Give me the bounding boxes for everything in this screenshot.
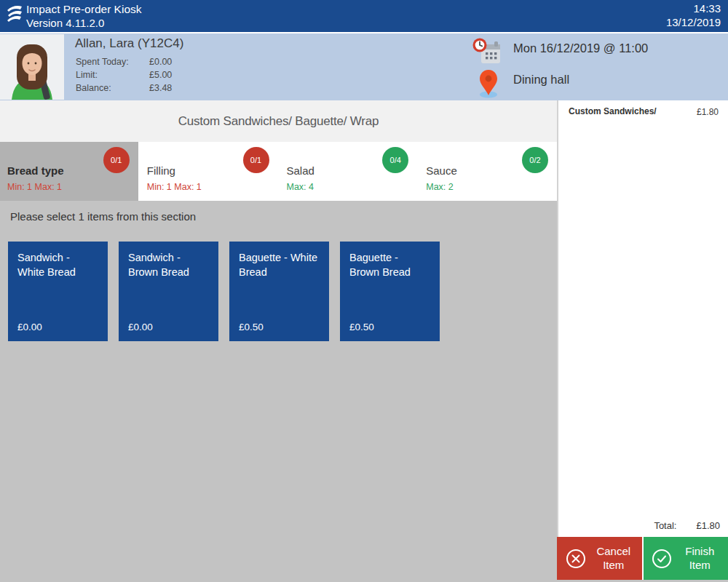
tab-constraint: Max: 2 (426, 182, 454, 192)
tab-bread-type[interactable]: 0/1 Bread type Min: 1 Max: 1 (0, 142, 138, 201)
order-item-price: £1.80 (697, 107, 719, 117)
item-tile-baguette-brown[interactable]: Baguette - Brown Bread £0.50 (340, 242, 440, 341)
stat-value: £0.00 (149, 55, 172, 68)
tab-constraint: Min: 1 Max: 1 (7, 182, 62, 192)
finish-item-button[interactable]: Finish Item (644, 537, 728, 580)
cancel-circle-x-icon (566, 549, 586, 569)
title-bar: Impact Pre-order Kiosk Version 4.11.2.0 … (0, 0, 728, 32)
tab-count-badge: 0/2 (522, 147, 548, 173)
app-title: Impact Pre-order Kiosk (26, 3, 142, 16)
tab-count-badge: 0/1 (243, 147, 269, 173)
stat-limit: Limit: £5.00 (76, 68, 172, 81)
tab-constraint: Min: 1 Max: 1 (147, 182, 202, 192)
tab-label: Sauce (426, 164, 457, 177)
app-version: Version 4.11.2.0 (26, 17, 104, 29)
user-stats: Spent Today: £0.00 Limit: £5.00 Balance:… (76, 55, 172, 95)
location-pin-icon (476, 68, 501, 99)
item-price: £0.50 (349, 322, 374, 332)
tab-count-badge: 0/4 (382, 147, 408, 173)
session-location: Dining hall (513, 73, 569, 87)
stat-spent-today: Spent Today: £0.00 (76, 55, 172, 68)
tab-sauce[interactable]: 0/2 Sauce Max: 2 (419, 142, 557, 201)
item-price: £0.00 (17, 322, 42, 332)
finish-button-label: Finish Item (680, 545, 719, 573)
total-value: £1.80 (696, 520, 720, 531)
action-buttons: Cancel Item Finish Item (557, 537, 728, 580)
clock-time: 14:33 (693, 2, 721, 15)
item-name: Sandwich - White Bread (17, 250, 98, 280)
total-label: Total: (654, 520, 676, 531)
order-line-item: Custom Sandwiches/ £1.80 (558, 100, 728, 122)
student-photo (0, 34, 64, 100)
tab-label: Bread type (7, 164, 64, 177)
stat-label: Spent Today: (76, 55, 149, 68)
item-name: Baguette - White Bread (239, 250, 320, 280)
tab-constraint: Max: 4 (287, 182, 314, 192)
user-bar: Allan, Lara (Y12C4) Spent Today: £0.00 L… (0, 33, 728, 100)
tab-salad[interactable]: 0/4 Salad Max: 4 (280, 142, 418, 201)
calendar-clock-icon (472, 38, 502, 67)
item-name: Sandwich - Brown Bread (128, 250, 209, 280)
item-price: £0.50 (239, 322, 264, 332)
item-tile-baguette-white[interactable]: Baguette - White Bread £0.50 (229, 242, 329, 341)
impact-logo-icon (5, 4, 24, 23)
session-datetime: Mon 16/12/2019 @ 11:00 (513, 41, 648, 55)
tab-filling[interactable]: 0/1 Filling Min: 1 Max: 1 (140, 142, 278, 201)
order-total: Total: £1.80 (654, 520, 720, 531)
user-name: Allan, Lara (Y12C4) (75, 36, 183, 51)
section-instruction: Please select 1 items from this section (10, 210, 196, 223)
section-tabs: 0/1 Bread type Min: 1 Max: 1 0/1 Filling… (0, 142, 557, 201)
tab-label: Filling (147, 164, 175, 177)
order-panel: Custom Sandwiches/ £1.80 Total: £1.80 Ca… (557, 100, 728, 582)
item-tile-sandwich-brown[interactable]: Sandwich - Brown Bread £0.00 (119, 242, 218, 341)
stat-label: Limit: (76, 68, 149, 81)
cancel-button-label: Cancel Item (594, 545, 633, 573)
category-title: Custom Sandwiches/ Baguette/ Wrap (0, 100, 557, 142)
tab-label: Salad (287, 164, 314, 177)
finish-circle-check-icon (652, 549, 672, 569)
stat-value: £5.00 (149, 68, 172, 81)
tab-count-badge: 0/1 (103, 147, 130, 173)
stat-balance: Balance: £3.48 (76, 81, 172, 95)
student-photo-illustration (0, 34, 64, 100)
section-content: Please select 1 items from this section … (0, 201, 557, 582)
clock-date: 13/12/2019 (666, 16, 721, 28)
item-tiles: Sandwich - White Bread £0.00 Sandwich - … (8, 242, 440, 341)
item-price: £0.00 (128, 322, 153, 332)
cancel-item-button[interactable]: Cancel Item (557, 537, 642, 580)
stat-value: £3.48 (149, 81, 172, 95)
item-tile-sandwich-white[interactable]: Sandwich - White Bread £0.00 (8, 242, 108, 341)
item-name: Baguette - Brown Bread (349, 250, 430, 280)
order-item-name: Custom Sandwiches/ (569, 106, 657, 116)
stat-label: Balance: (76, 81, 149, 95)
